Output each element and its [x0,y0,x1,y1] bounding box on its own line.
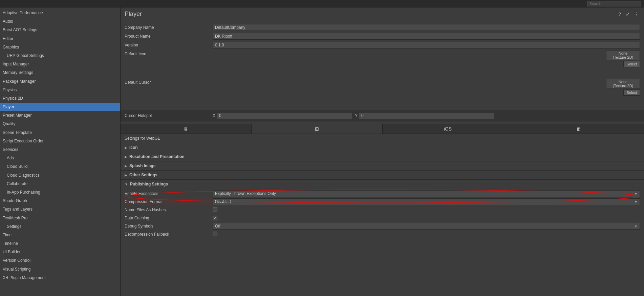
expand-icon-button[interactable]: ⤢ [624,11,631,17]
menu-icon-button[interactable]: ⋮ [633,11,640,17]
sidebar-item-settings[interactable]: Settings [0,222,120,231]
collapse-arrow-splash: ▶ [125,164,127,168]
product-name-row: Product Name [125,33,640,40]
cursor-none-text: None [608,80,638,84]
section-title-resolution: Resolution and Presentation [129,154,185,159]
section-header-splash[interactable]: ▶Splash Image [121,161,644,170]
header-icons: ? ⤢ ⋮ [617,11,640,17]
default-cursor-area: Default Cursor None (Texture 2D) Select [125,79,640,106]
debug-symbols-dropdown[interactable]: Off ▼ [213,223,640,230]
sidebar-item-tags-and-layers[interactable]: Tags and Layers [0,205,120,214]
search-input[interactable] [587,1,641,6]
cursor-texture-text: (Texture 2D) [608,84,638,88]
collapse-arrow-resolution: ▶ [125,155,127,159]
sidebar-item-urp-global-settings[interactable]: URP Global Settings [0,52,120,60]
name-files-value [213,207,640,213]
version-input[interactable] [213,42,640,48]
icon-none-text: None [608,51,638,55]
sidebar-item-editor[interactable]: Editor [0,35,120,43]
compression-format-arrow: ▼ [634,200,638,204]
enable-exceptions-value[interactable]: Explicitly Thrown Exceptions Only ▼ [213,190,640,197]
enable-exceptions-dropdown[interactable]: Explicitly Thrown Exceptions Only ▼ [213,190,640,197]
hotspot-fields: X Y [213,112,494,119]
default-icon-area: Default Icon None (Texture 2D) Select [125,50,640,77]
enable-exceptions-arrow: ▼ [634,192,638,196]
platform-tab-webgl[interactable]: ⊞ [252,124,383,134]
sidebar-item-preset-manager[interactable]: Preset Manager [0,111,120,120]
hotspot-y-input[interactable] [359,112,494,119]
sidebar-item-physics-2d[interactable]: Physics 2D [0,94,120,103]
decompression-fallback-row: Decompression Fallback [125,231,640,238]
sidebar-item-physics[interactable]: Physics [0,86,120,94]
sidebar-item-shader-graph[interactable]: ShaderGraph [0,197,120,205]
section-splash: ▶Splash Image [121,161,644,170]
version-label: Version [125,43,213,47]
section-header-publishing[interactable]: ▼Publishing Settings [121,180,644,189]
section-header-icon[interactable]: ▶Icon [121,143,644,152]
sidebar-item-input-manager[interactable]: Input Manager [0,60,120,68]
sidebar-item-collaborate[interactable]: Collaborate [0,180,120,188]
fields-section: Company Name Product Name Version Defaul… [121,21,644,110]
sidebar-item-graphics[interactable]: Graphics [0,43,120,52]
data-caching-label: Data Caching [125,216,213,220]
sidebar-item-ui-builder[interactable]: UI Builder [0,248,120,256]
section-icon: ▶Icon [121,143,644,152]
sidebar-item-xr-plugin-management[interactable]: XR Plugin Management [0,274,120,282]
hotspot-x-input[interactable] [217,112,352,119]
company-name-label: Company Name [125,25,213,30]
platform-tab-ios[interactable]: iOS [383,124,514,134]
enable-exceptions-text: Explicitly Thrown Exceptions Only [215,191,276,196]
decompression-fallback-checkbox[interactable] [213,232,217,236]
section-publishing: ▼Publishing Settings Enable Exceptions E… [121,179,644,240]
sidebar-item-package-manager[interactable]: Package Manager [0,77,120,86]
sidebar-item-services[interactable]: Services [0,145,120,154]
debug-symbols-arrow: ▼ [634,224,638,228]
icon-texture-text: (Texture 2D) [608,55,638,59]
help-icon-button[interactable]: ? [617,11,622,17]
sidebar-item-time[interactable]: Time [0,231,120,239]
sidebar-item-ads[interactable]: Ads [0,154,120,162]
section-title-splash: Splash Image [129,163,155,168]
sidebar: Adaptive PerformanceAudioBurst AOT Setti… [0,7,121,296]
icon-select-button[interactable]: Select [623,61,640,67]
sidebar-item-version-control[interactable]: Version Control [0,256,120,265]
sidebar-item-quality[interactable]: Quality [0,120,120,128]
collapse-arrow-publishing: ▼ [125,182,128,186]
platform-tab-standalone[interactable]: 🖥 [121,124,252,134]
name-files-label: Name Files As Hashes [125,208,213,212]
section-other: ▶Other Settings [121,170,644,179]
top-bar [0,0,644,7]
company-name-row: Company Name [125,24,640,31]
data-caching-checkbox[interactable]: ✓ [213,216,217,220]
sidebar-item-timeline[interactable]: Timeline [0,239,120,248]
sidebar-item-adaptive-performance[interactable]: Adaptive Performance [0,9,120,17]
decompression-fallback-label: Decompression Fallback [125,232,213,237]
sidebar-item-cloud-build[interactable]: Cloud Build [0,162,120,171]
sidebar-item-burst-aot-settings[interactable]: Burst AOT Settings [0,26,120,34]
sidebar-item-textmesh-pro[interactable]: TextMesh Pro [0,214,120,222]
debug-symbols-label: Debug Symbols [125,224,213,229]
sidebar-item-script-execution-order[interactable]: Script Execution Order [0,137,120,145]
cursor-select-button[interactable]: Select [623,90,640,96]
section-resolution: ▶Resolution and Presentation [121,152,644,161]
section-header-resolution[interactable]: ▶Resolution and Presentation [121,152,644,161]
sidebar-item-audio[interactable]: Audio [0,17,120,26]
compression-format-text: Disabled [215,199,231,204]
name-files-checkbox[interactable] [213,207,217,212]
sidebar-item-player[interactable]: Player [0,103,120,111]
sidebar-item-visual-scripting[interactable]: Visual Scripting [0,265,120,274]
compression-format-dropdown[interactable]: Disabled ▼ [213,198,640,205]
sidebar-item-scene-template[interactable]: Scene Template [0,129,120,137]
sidebar-item-cloud-diagnostics[interactable]: Cloud Diagnostics [0,171,120,180]
section-header-other[interactable]: ▶Other Settings [121,171,644,179]
platform-tab-android[interactable]: 🗑 [513,124,644,134]
sidebar-item-in-app-purchasing[interactable]: In-App Purchasing [0,188,120,197]
company-name-input[interactable] [213,24,640,31]
default-icon-label: Default Icon [125,50,213,56]
cursor-preview-area: None (Texture 2D) Select [213,79,640,96]
compression-format-value[interactable]: Disabled ▼ [213,198,640,205]
debug-symbols-value[interactable]: Off ▼ [213,223,640,230]
data-caching-row: Data Caching ✓ [125,214,640,222]
sidebar-item-memory-settings[interactable]: Memory Settings [0,68,120,77]
product-name-input[interactable] [213,33,640,40]
